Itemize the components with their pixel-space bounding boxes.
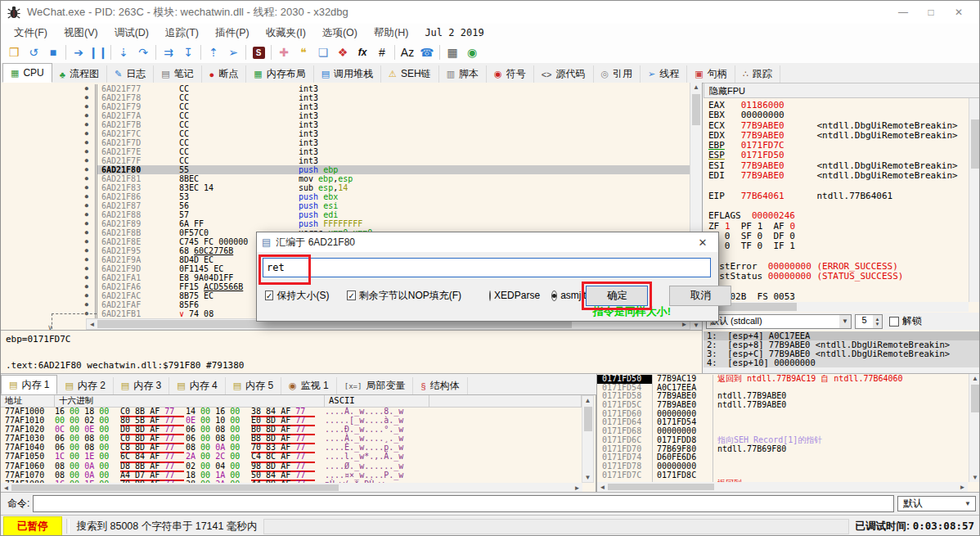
run-to-user-icon[interactable]: ➢ [223,43,243,61]
breakpoint-dot[interactable]: ● [85,283,88,290]
arguments-hscrollbar[interactable] [704,367,980,373]
function-icon[interactable]: fx [353,43,372,61]
disasm-row[interactable]: ●6AD21F77CCint3 [1,84,690,93]
breakpoint-gutter[interactable]: ● [1,174,97,183]
breakpoint-gutter[interactable]: ● [1,147,97,156]
scroll-thumb[interactable] [584,407,592,431]
bookmark-icon[interactable]: ❖ [333,43,353,61]
menu-item-7[interactable]: 帮助(H) [366,26,416,40]
breakpoint-gutter[interactable]: ● [1,165,97,174]
scroll-left-arrow[interactable]: ◄ [597,484,608,491]
menu-item-1[interactable]: 视图(V) [56,26,106,40]
tab-seh[interactable]: ⚠SEH链 [381,65,439,83]
unlock-checkbox[interactable] [889,317,899,327]
menu-item-0[interactable]: 文件(F) [6,26,56,40]
tab-dump-2[interactable]: ▤内存 2 [57,377,113,394]
execute-till-return-icon[interactable]: ↧ [178,43,198,61]
breakpoint-gutter[interactable]: ● [1,273,97,282]
step-into-icon[interactable]: ⇣ [114,43,133,61]
breakpoint-dot[interactable]: ● [85,166,88,173]
breakpoint-gutter[interactable]: ● [1,300,97,309]
breakpoint-dot[interactable]: ● [85,157,88,164]
argument-row[interactable]: 4: [esp+10] 00000000 [704,358,980,367]
scroll-thumb[interactable] [692,94,700,125]
assembly-input[interactable] [263,258,711,277]
patch-icon[interactable]: ✚ [274,43,294,61]
scroll-down-arrow[interactable]: ▼ [969,474,980,481]
breakpoint-gutter[interactable]: ● [1,237,97,246]
breakpoint-dot[interactable]: ● [85,148,88,155]
memory-row[interactable]: 77AF100016 00 18 00C0 8B AF 7714 00 16 0… [1,407,582,416]
breakpoint-gutter[interactable]: ● [1,228,97,237]
tab-call-stack[interactable]: ▤调用堆栈 [314,65,381,83]
breakpoint-gutter[interactable]: ● [1,201,97,210]
tab-log[interactable]: ✎日志 [107,65,154,83]
disasm-row[interactable]: ●6AD21F8857push edi [1,210,690,219]
menu-item-6[interactable]: 选项(O) [314,26,366,40]
menu-item-2[interactable]: 调试(D) [106,26,157,40]
tab-locals[interactable]: [x=]局部变量 [337,377,414,394]
scroll-thumb[interactable] [608,484,714,490]
stack-vscrollbar[interactable]: ▲ ▼ [969,374,980,482]
stepper-buttons[interactable]: ▲▼ [873,315,882,328]
stack-row[interactable]: 0171FD7C0171FD8C [597,471,968,480]
disasm-row[interactable]: ●6AD21F7ACCint3 [1,111,690,120]
memory-row[interactable]: 77AF10501C 00 1E 006C 84 AF 772A 00 2C 0… [1,452,582,461]
pause-icon[interactable]: ❙❙ [88,43,108,61]
memory-row[interactable]: 77AF104006 00 08 00C8 8D AF 7708 00 0A 0… [1,443,582,452]
breakpoint-dot[interactable]: ● [85,238,88,245]
tab-trace[interactable]: ∴跟踪 [735,65,780,83]
tab-references[interactable]: ◎引用 [594,65,641,83]
memory-vscrollbar[interactable]: ▲ ▼ [582,395,594,483]
breakpoint-dot[interactable]: ● [85,193,88,200]
tab-symbols[interactable]: ◉符号 [487,65,534,83]
scroll-thumb[interactable] [11,484,339,491]
registers-vscrollbar[interactable] [969,98,980,302]
memory-row[interactable]: 77AF10200C 00 0E 00D0 8D AF 7706 00 08 0… [1,425,582,434]
scroll-up-arrow[interactable]: ▲ [690,83,702,91]
command-input[interactable] [33,495,894,512]
hash-icon[interactable]: # [372,43,392,61]
scroll-right-arrow[interactable]: ► [957,484,968,491]
disasm-row[interactable]: ●6AD21F7ECCint3 [1,147,690,156]
argument-count-stepper[interactable]: 5 ▲▼ [855,314,883,329]
tab-source[interactable]: <>源代码 [534,65,594,83]
memory-row[interactable]: 77AF101000 00 02 0080 5B AF 770E 00 10 0… [1,416,582,425]
stack-row[interactable]: 0171FD5C77B9ABE0ntdll.77B9ABE0 [597,401,968,410]
run-icon[interactable]: ➔ [69,43,88,61]
register-line[interactable]: EDI77B9ABE0<ntdll.DbgUiRemoteBreakin> [708,171,968,181]
breakpoint-dot[interactable]: ● [85,130,88,137]
breakpoint-dot[interactable]: ● [85,112,88,119]
command-combo[interactable]: 默认 ▼ [897,496,976,511]
stack-row[interactable]: 0171FD74D60FE6D6 [597,453,968,462]
breakpoint-gutter[interactable]: ● [1,291,97,300]
breakpoint-gutter[interactable]: ● [1,129,97,138]
scroll-right-arrow[interactable]: ► [572,484,582,492]
memory-row[interactable]: 77AF107008 00 0A 00A4 D7 AF 7718 00 1A 0… [1,471,582,480]
breakpoint-dot[interactable]: ● [85,292,88,299]
strings-icon[interactable]: S [249,43,268,61]
register-line[interactable]: EIP77B64061ntdll.77B64061 [708,191,968,201]
breakpoint-dot[interactable]: ● [85,256,88,263]
tab-watch-1[interactable]: ◉监视 1 [281,377,337,394]
breakpoint-gutter[interactable]: ● [1,111,97,120]
breakpoint-gutter[interactable]: ● [1,120,97,129]
register-line[interactable]: GS 002B FS 0053 [708,292,968,302]
stop-icon[interactable]: ■ [43,43,63,61]
xedparse-radio[interactable] [489,291,491,301]
breakpoint-gutter[interactable]: ● [1,255,97,264]
tab-threads[interactable]: ➢线程 [641,65,687,83]
phone-icon[interactable]: ☎ [417,43,437,61]
scroll-down-arrow[interactable]: ▼ [690,322,702,329]
dialog-close-icon[interactable]: ✕ [692,236,713,249]
disasm-row[interactable]: ●6AD21F818BECmov ebp,esp [1,174,690,183]
column-header-ascii[interactable]: ASCII [325,395,429,407]
breakpoint-gutter[interactable]: ● [1,282,97,291]
open-file-icon[interactable]: ❒ [4,43,24,61]
memory-row[interactable]: 77AF103006 00 08 00C0 8D AF 7706 00 08 0… [1,434,582,443]
tab-memory-map[interactable]: ▦内存布局 [246,65,313,83]
stack-row[interactable]: 0171FD5077B9AC19返回到 ntdll.77B9AC19 自 ntd… [597,375,968,384]
breakpoint-gutter[interactable]: ● [1,210,97,219]
disasm-row[interactable]: ●6AD21F8653push ebx [1,192,690,201]
breakpoint-gutter[interactable]: ● [1,246,97,255]
